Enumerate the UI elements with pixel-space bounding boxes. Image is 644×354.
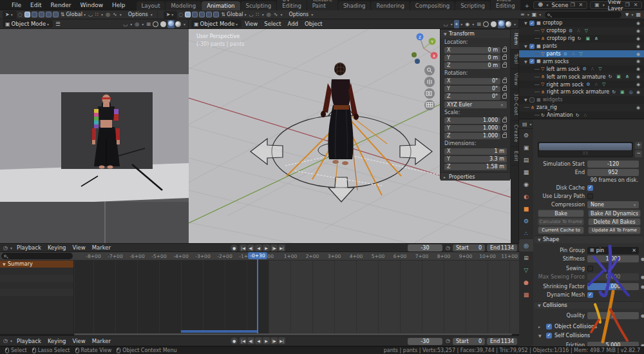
tab-shading[interactable]: Shading [338,1,371,10]
menu-window[interactable]: Window [76,2,108,8]
falloff-icon[interactable]: ∿ [272,12,279,17]
sewing-checkbox[interactable] [587,266,593,271]
prev-key-button[interactable]: ◀| [247,244,254,251]
new-scene-icon[interactable]: ❐ [570,2,574,8]
use-preview-range-icon[interactable]: ◷ [444,338,451,344]
frame-end-field[interactable]: End1134 [487,244,517,251]
next-key-button[interactable]: |▶ [270,244,278,251]
transform-field-z[interactable]: Z1.58 m [444,164,507,171]
properties-tab-material[interactable]: ● [519,276,533,288]
select-mode-icon[interactable] [213,12,219,17]
snap-target-icon[interactable]: ∷ [94,12,100,17]
transform-field-y[interactable]: Y3.3 m [444,156,507,163]
sidebar-tab-3d-coat[interactable]: 3D-Coat [511,90,519,120]
cache-list-item[interactable] [539,143,632,150]
sidebar-tab-create[interactable]: Create [511,121,519,147]
play-button[interactable]: ▶ [263,244,270,251]
timeline-menu-view[interactable]: View [70,338,89,344]
collection-checkbox[interactable] [529,97,535,103]
properties-tab-scene[interactable]: ◉ [519,178,533,190]
editor-type-icon[interactable]: ▤ [521,121,529,127]
view-layer-name[interactable]: View Layer [606,0,623,12]
properties-tab-output[interactable]: ▤ [519,153,533,166]
playhead[interactable] [257,252,258,334]
lock-icon[interactable] [502,64,507,68]
filter-objects-icon[interactable]: ▣ [531,12,538,17]
jump-end-button[interactable]: ▶| [278,337,285,344]
stiffness-field[interactable]: 1.000 [587,255,639,262]
shading-solid-icon[interactable] [160,21,166,27]
frame-start-field[interactable]: Start0 [453,244,485,251]
compression-dropdown[interactable]: None [587,201,639,208]
play-button[interactable]: ▶ [263,337,270,344]
visibility-eye-icon[interactable]: ◉ [636,105,640,110]
overlays-icon[interactable]: ◉ [464,21,471,27]
shrinking-factor-slider[interactable]: 0.000 [587,283,639,290]
add-cache-button[interactable]: + [635,142,642,149]
lock-icon[interactable] [502,95,507,99]
properties-tab-texture[interactable]: ▩ [519,288,533,300]
calculate-to-frame-button[interactable]: Calculate To Frame [538,218,584,226]
header-menu-icon[interactable]: ☰ [53,21,63,27]
outliner-row-Animation[interactable]: ↻Animation↻∴ [519,112,644,119]
proportional-edit-icon[interactable]: ◎ [133,21,140,27]
gizmo-y-neg[interactable] [412,52,417,57]
sidebar-tab-view[interactable]: View [511,69,519,90]
tab-scripting[interactable]: Scripting [455,1,490,10]
visibility-eye-icon[interactable]: ◉ [636,36,640,41]
transform-panel-header[interactable]: ▼Transform [440,30,510,38]
outliner-row-left-arm-sock[interactable]: ▽left arm sock⚙∴▽◉ [519,65,644,73]
prev-key-button[interactable]: ◀| [247,337,254,344]
outliner-row-right-arm-sock-armature[interactable]: ⋔right arm sock armature↻▣◎◉ [519,88,644,96]
timeline-menu-marker[interactable]: Marker [89,338,114,344]
xray-toggle-icon[interactable]: ⊞ [145,21,152,27]
shading-material-icon[interactable] [167,20,175,28]
select-mode-icon[interactable] [206,12,212,17]
editor-type-clock-icon[interactable]: ◷ [2,245,9,251]
disclosure-icon[interactable]: ▼ [524,59,528,64]
bake-all-dynamics-button[interactable]: Bake All Dynamics [588,210,641,217]
tab-video-editing[interactable]: Video Editing [491,0,520,10]
camera-viewport-canvas[interactable] [0,29,189,243]
use-library-checkbox[interactable] [587,193,593,199]
outliner-row-pants[interactable]: ▼✓▦pants◉ [519,43,644,50]
disclosure-icon[interactable]: ▼ [524,97,528,102]
close-icon[interactable]: ✕ [579,2,583,8]
properties-tab-render[interactable]: ▣ [519,141,533,153]
properties-tab-tool[interactable]: ⚙ [519,129,533,141]
transform-field-x[interactable]: X1 m [444,148,507,155]
visibility-eye-icon[interactable]: ◉ [636,82,640,87]
max-sewing-field[interactable]: 0.000 [587,273,639,280]
collection-checkbox[interactable]: ✓ [529,59,535,64]
visibility-eye-icon[interactable]: ◉ [636,59,640,64]
scene-name[interactable]: Scene [549,2,568,8]
select-mode-icon[interactable] [46,12,52,17]
lock-icon[interactable] [502,134,507,138]
sidebar-tab-item[interactable]: Item [511,29,519,50]
select-mode-icon[interactable] [192,12,198,17]
new-collection-icon[interactable]: ▦ [634,12,642,17]
options-dropdown[interactable]: Options [128,12,148,17]
shading-solid-icon[interactable] [491,21,497,27]
outliner-row-widgets[interactable]: ▼▦widgets [519,96,644,104]
proportional-editing-icon[interactable]: ◎ [104,12,111,17]
active-tool-dropdown[interactable]: ➤▾ [3,11,17,19]
menu-render[interactable]: Render [46,2,76,8]
expand-icon[interactable]: ▸ [538,324,542,329]
visibility-eye-icon[interactable]: ◉ [636,44,640,49]
outliner-row-pants[interactable]: ▽pants⚙∴▽◉ [519,50,644,58]
outliner-row-croptop-rig[interactable]: ⋔croptop rig↻▣⋔◉ [519,35,644,43]
quality-field[interactable]: 5 [587,312,639,319]
outliner-row-zara_rig[interactable]: ⋔zara_rig◉ [519,104,644,112]
properties-tab-object[interactable]: ■ [519,202,533,215]
tab-texture-paint[interactable]: Texture Paint [307,0,337,10]
select-mode-icon[interactable] [39,12,44,17]
transform-field-x[interactable]: X1.000 [444,117,500,124]
transform-field-z[interactable]: Z1.000 [444,133,500,140]
collisions-section-header[interactable]: ▼Collisions [535,301,643,309]
snapping-magnet-icon[interactable]: ◡ [87,12,94,17]
select-mode-icon[interactable] [53,12,59,17]
properties-tab-particles[interactable]: ∴ [519,227,533,239]
transform-field-y[interactable]: Y0° [444,86,500,93]
update-all-to-frame-button[interactable]: Update All To Frame [588,226,641,234]
